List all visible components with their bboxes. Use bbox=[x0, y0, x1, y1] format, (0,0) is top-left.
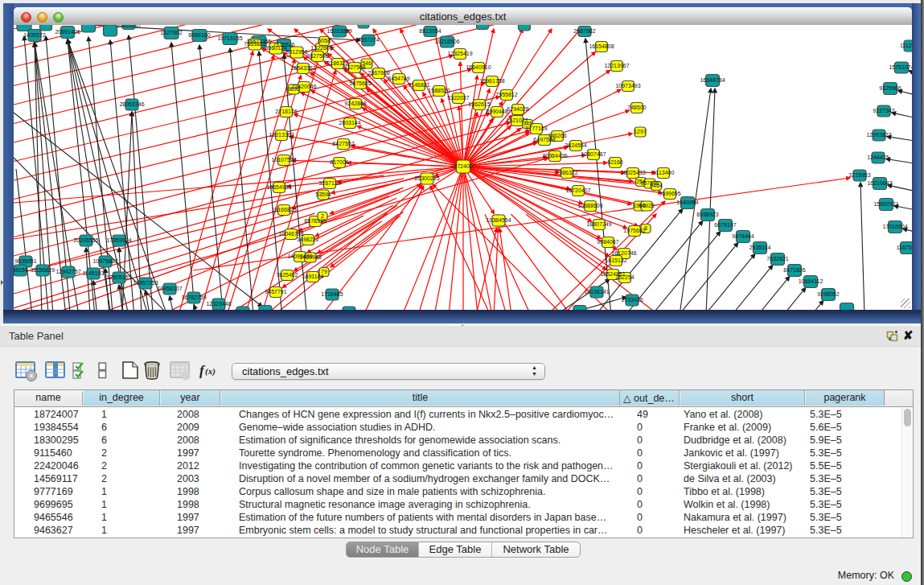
svg-text:3624554: 3624554 bbox=[565, 142, 586, 148]
svg-text:6058: 6058 bbox=[318, 38, 331, 43]
svg-text:39154: 39154 bbox=[14, 267, 28, 273]
svg-text:1640954: 1640954 bbox=[676, 200, 698, 205]
svg-text:20691406: 20691406 bbox=[55, 29, 80, 35]
svg-text:9474444: 9474444 bbox=[732, 233, 754, 239]
svg-text:252254: 252254 bbox=[615, 274, 634, 280]
svg-text:2718176: 2718176 bbox=[275, 109, 297, 114]
svg-text:18807249: 18807249 bbox=[586, 221, 611, 227]
svg-text:1405572: 1405572 bbox=[23, 32, 45, 38]
svg-text:10975887: 10975887 bbox=[92, 258, 117, 264]
svg-text:12323448: 12323448 bbox=[206, 301, 231, 307]
svg-text:9084067: 9084067 bbox=[597, 239, 618, 245]
svg-text:5875685: 5875685 bbox=[349, 80, 371, 86]
svg-text:12093822: 12093822 bbox=[866, 132, 891, 138]
svg-text:9227342: 9227342 bbox=[873, 108, 894, 113]
svg-text:12505155: 12505155 bbox=[106, 274, 131, 280]
svg-text:10807487: 10807487 bbox=[581, 151, 606, 157]
svg-text:5322037: 5322037 bbox=[447, 95, 469, 101]
svg-text:748500: 748500 bbox=[627, 105, 646, 110]
svg-text:6794028: 6794028 bbox=[507, 106, 528, 112]
svg-text:16782759: 16782759 bbox=[181, 295, 206, 300]
svg-text:9457791: 9457791 bbox=[265, 289, 286, 295]
svg-text:1409948: 1409948 bbox=[299, 254, 321, 260]
svg-text:6497568: 6497568 bbox=[533, 137, 555, 142]
svg-text:9777169: 9777169 bbox=[525, 126, 547, 131]
svg-text:1975692: 1975692 bbox=[623, 228, 645, 233]
svg-text:9635051: 9635051 bbox=[14, 258, 36, 264]
svg-text:1297: 1297 bbox=[634, 129, 647, 134]
svg-text:2: 2 bbox=[321, 213, 324, 219]
svg-text:9896: 9896 bbox=[287, 86, 300, 92]
svg-text:1527602: 1527602 bbox=[160, 30, 182, 35]
svg-text:7663822: 7663822 bbox=[244, 41, 265, 47]
svg-text:6966160: 6966160 bbox=[188, 32, 210, 38]
svg-text:16154808: 16154808 bbox=[589, 43, 614, 49]
svg-text:1691144: 1691144 bbox=[302, 274, 324, 279]
svg-text:8813054: 8813054 bbox=[419, 28, 441, 34]
svg-text:2687682: 2687682 bbox=[573, 28, 595, 34]
svg-text:6679197: 6679197 bbox=[714, 222, 736, 228]
svg-text:8938923: 8938923 bbox=[696, 212, 718, 217]
svg-text:7986322: 7986322 bbox=[556, 170, 577, 175]
svg-text:10046738: 10046738 bbox=[278, 231, 303, 237]
svg-text:19166825: 19166825 bbox=[271, 207, 296, 212]
svg-text:18724007: 18724007 bbox=[450, 163, 475, 169]
svg-text:19654985: 19654985 bbox=[266, 184, 291, 190]
svg-text:10107553: 10107553 bbox=[271, 157, 296, 163]
svg-text:16543362: 16543362 bbox=[290, 65, 315, 71]
svg-text:1733426: 1733426 bbox=[621, 297, 643, 303]
svg-text:16961758: 16961758 bbox=[479, 78, 504, 84]
svg-text:10719155: 10719155 bbox=[217, 35, 242, 41]
svg-text:8578335: 8578335 bbox=[304, 218, 326, 224]
svg-text:8113400: 8113400 bbox=[653, 170, 675, 175]
svg-text:1362615: 1362615 bbox=[468, 101, 490, 107]
svg-text:18640910: 18640910 bbox=[466, 64, 491, 70]
svg-text:7632621: 7632621 bbox=[766, 256, 788, 262]
svg-text:16210643: 16210643 bbox=[867, 180, 892, 186]
svg-text:8: 8 bbox=[644, 225, 647, 231]
svg-text:(x): (x) bbox=[205, 366, 216, 377]
svg-text:8471626: 8471626 bbox=[783, 267, 805, 273]
svg-text:17016504: 17016504 bbox=[882, 224, 907, 229]
svg-text:3960124: 3960124 bbox=[265, 45, 286, 51]
svg-text:12942757: 12942757 bbox=[55, 269, 80, 274]
svg-text:12213363: 12213363 bbox=[269, 132, 294, 138]
svg-text:1588520: 1588520 bbox=[428, 88, 450, 93]
svg-text:11156829: 11156829 bbox=[31, 267, 55, 273]
svg-text:16648784: 16648784 bbox=[700, 77, 725, 83]
svg-text:1112841: 1112841 bbox=[900, 43, 912, 48]
svg-text:14136141: 14136141 bbox=[584, 289, 609, 295]
svg-text:9464: 9464 bbox=[650, 183, 663, 188]
svg-text:2867608: 2867608 bbox=[368, 70, 389, 76]
svg-text:8427552: 8427552 bbox=[332, 141, 354, 146]
svg-text:817006: 817006 bbox=[330, 159, 348, 165]
svg-text:546: 546 bbox=[362, 60, 372, 66]
svg-text:3267130: 3267130 bbox=[318, 180, 340, 186]
svg-text:16120746: 16120746 bbox=[611, 250, 636, 256]
svg-text:1244415: 1244415 bbox=[867, 154, 889, 160]
svg-text:7625402: 7625402 bbox=[276, 272, 298, 278]
svg-text:9242848: 9242848 bbox=[344, 101, 366, 106]
svg-text:12325419: 12325419 bbox=[447, 51, 472, 56]
svg-text:1322605: 1322605 bbox=[310, 45, 332, 51]
svg-text:17359924: 17359924 bbox=[106, 237, 131, 243]
svg-text:19218506: 19218506 bbox=[434, 39, 459, 44]
svg-text:3215953: 3215953 bbox=[848, 172, 870, 178]
svg-text:17957253: 17957253 bbox=[133, 280, 158, 286]
svg-text:7357274: 7357274 bbox=[357, 37, 379, 43]
svg-text:9146821: 9146821 bbox=[408, 82, 429, 88]
svg-text:10688609: 10688609 bbox=[577, 203, 602, 208]
svg-text:8990448: 8990448 bbox=[486, 109, 507, 114]
svg-text:1145193: 1145193 bbox=[83, 270, 105, 276]
svg-text:9699695: 9699695 bbox=[659, 191, 680, 196]
svg-text:79: 79 bbox=[321, 269, 327, 274]
svg-text:15692971: 15692971 bbox=[873, 201, 898, 207]
svg-text:10973493: 10973493 bbox=[615, 83, 640, 89]
svg-text:2803144: 2803144 bbox=[339, 120, 360, 126]
svg-text:62160: 62160 bbox=[607, 159, 623, 165]
svg-text:1167533: 1167533 bbox=[897, 245, 912, 250]
svg-text:94923: 94923 bbox=[639, 203, 655, 208]
svg-text:25300215: 25300215 bbox=[414, 175, 439, 181]
svg-text:10025433: 10025433 bbox=[620, 170, 645, 175]
svg-text:3498222: 3498222 bbox=[297, 237, 318, 242]
